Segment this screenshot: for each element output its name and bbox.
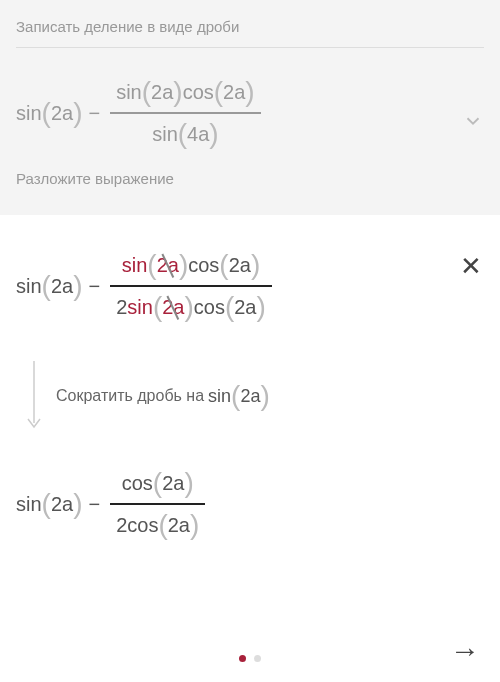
dot-active[interactable] bbox=[239, 655, 246, 662]
arg: 2a bbox=[229, 254, 251, 277]
fn-cos: cos bbox=[122, 472, 153, 495]
faded-expression: sin ( 2a ) − sin ( 2a ) cos ( 2a ) sin (… bbox=[16, 66, 484, 170]
chevron-down-icon[interactable] bbox=[462, 110, 484, 132]
arg: 2a bbox=[51, 102, 73, 125]
arg: 2a bbox=[162, 472, 184, 495]
paren-open: ( bbox=[42, 270, 51, 302]
arg-cancel: 2a bbox=[162, 296, 184, 319]
expression-before: sin ( 2a ) − sin ( 2a ) cos ( 2a ) 2 sin… bbox=[16, 235, 484, 345]
arg: 2a bbox=[168, 514, 190, 537]
arg-cancel: 2a bbox=[157, 254, 179, 277]
paren-close: ) bbox=[173, 76, 182, 108]
hint-text: Сократить дробь на sin ( 2a ) bbox=[56, 380, 270, 412]
fraction: sin ( 2a ) cos ( 2a ) sin ( 4a ) bbox=[110, 72, 261, 154]
paren-close: ) bbox=[190, 509, 199, 541]
denominator: sin ( 4a ) bbox=[146, 114, 224, 154]
arg: 2a bbox=[151, 81, 173, 104]
paren-open: ( bbox=[225, 291, 234, 323]
step-title-2: Разложите выражение bbox=[16, 170, 484, 187]
paren-open: ( bbox=[158, 509, 167, 541]
paren-close: ) bbox=[184, 467, 193, 499]
paren-close: ) bbox=[73, 488, 82, 520]
fraction: cos ( 2a ) 2 cos ( 2a ) bbox=[110, 463, 205, 545]
fn-sin: sin bbox=[16, 493, 42, 516]
fn-cos: cos bbox=[194, 296, 225, 319]
fraction: sin ( 2a ) cos ( 2a ) 2 sin ( 2a ) cos (… bbox=[110, 245, 272, 327]
paren-close: ) bbox=[73, 270, 82, 302]
next-arrow-icon[interactable]: → bbox=[450, 634, 480, 668]
paren-open: ( bbox=[178, 118, 187, 150]
divider bbox=[16, 47, 484, 48]
denominator: 2 sin ( 2a ) cos ( 2a ) bbox=[110, 287, 272, 327]
minus: − bbox=[88, 493, 100, 516]
paren-close: ) bbox=[184, 291, 193, 323]
arg: 2a bbox=[223, 81, 245, 104]
arrow-down-icon bbox=[26, 361, 42, 431]
hint-label: Сократить дробь на bbox=[56, 387, 204, 405]
minus: − bbox=[88, 102, 100, 125]
paren-open: ( bbox=[142, 76, 151, 108]
fn-sin: sin bbox=[16, 275, 42, 298]
fn-sin: sin bbox=[152, 123, 178, 146]
paren-open: ( bbox=[153, 291, 162, 323]
fn-sin: sin bbox=[16, 102, 42, 125]
expression-after: sin ( 2a ) − cos ( 2a ) 2 cos ( 2a ) bbox=[16, 453, 484, 563]
arg: 4a bbox=[187, 123, 209, 146]
paren-close: ) bbox=[256, 291, 265, 323]
paren-close: ) bbox=[260, 380, 269, 412]
fn-cos: cos bbox=[127, 514, 158, 537]
paren-open: ( bbox=[42, 488, 51, 520]
denominator: 2 cos ( 2a ) bbox=[110, 505, 205, 545]
arg: 2a bbox=[240, 386, 260, 407]
paren-close: ) bbox=[245, 76, 254, 108]
fn-sin: sin bbox=[116, 81, 142, 104]
dot[interactable] bbox=[254, 655, 261, 662]
paren-close: ) bbox=[73, 97, 82, 129]
fn-sin-cancel: sin bbox=[127, 296, 153, 319]
arg: 2a bbox=[51, 493, 73, 516]
coef: 2 bbox=[116, 296, 127, 319]
fn-sin: sin bbox=[208, 386, 231, 407]
hint-math: sin ( 2a ) bbox=[208, 380, 270, 412]
current-step-panel: ✕ sin ( 2a ) − sin ( 2a ) cos ( 2a ) 2 s… bbox=[0, 215, 500, 573]
close-icon[interactable]: ✕ bbox=[460, 251, 482, 282]
previous-steps-panel: Записать деление в виде дроби sin ( 2a )… bbox=[0, 0, 500, 215]
step-title-1: Записать деление в виде дроби bbox=[16, 18, 484, 35]
arg: 2a bbox=[51, 275, 73, 298]
fn-sin-cancel: sin bbox=[122, 254, 148, 277]
paren-open: ( bbox=[42, 97, 51, 129]
paren-open: ( bbox=[147, 249, 156, 281]
page-dots bbox=[239, 655, 261, 662]
numerator: sin ( 2a ) cos ( 2a ) bbox=[116, 245, 267, 285]
paren-open: ( bbox=[153, 467, 162, 499]
numerator: cos ( 2a ) bbox=[116, 463, 200, 503]
paren-close: ) bbox=[179, 249, 188, 281]
paren-open: ( bbox=[214, 76, 223, 108]
hint-row: Сократить дробь на sin ( 2a ) bbox=[16, 361, 484, 431]
paren-open: ( bbox=[219, 249, 228, 281]
coef: 2 bbox=[116, 514, 127, 537]
fn-cos: cos bbox=[183, 81, 214, 104]
minus: − bbox=[88, 275, 100, 298]
paren-close: ) bbox=[209, 118, 218, 150]
fn-cos: cos bbox=[188, 254, 219, 277]
paren-close: ) bbox=[251, 249, 260, 281]
numerator: sin ( 2a ) cos ( 2a ) bbox=[110, 72, 261, 112]
arg: 2a bbox=[234, 296, 256, 319]
paren-open: ( bbox=[231, 380, 240, 412]
